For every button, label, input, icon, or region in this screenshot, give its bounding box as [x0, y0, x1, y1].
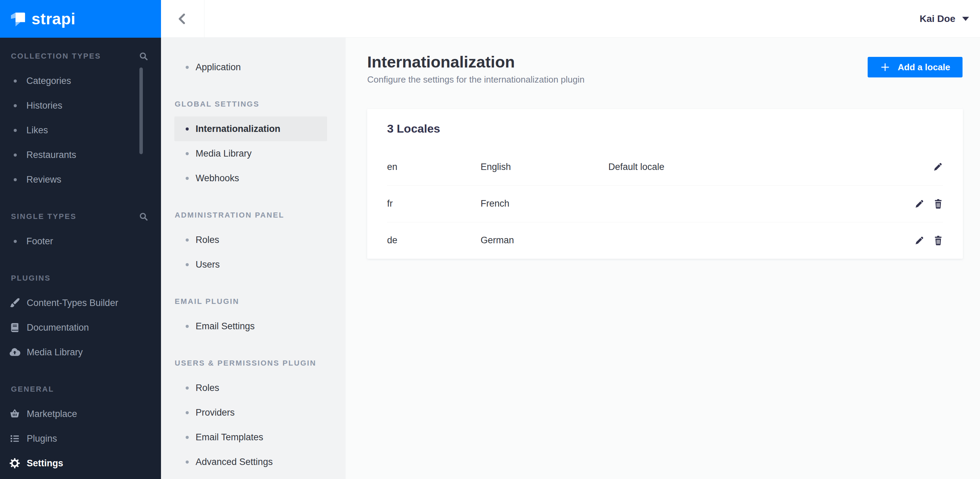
locale-actions [902, 236, 943, 246]
sidebar-item-label: Media Library [27, 347, 83, 358]
sidebar-scrollbar-thumb[interactable] [139, 67, 143, 154]
sidebar-item-label: Marketplace [27, 409, 77, 419]
sidebar-item-media-library[interactable]: Media Library [0, 340, 161, 364]
search-icon[interactable] [138, 212, 149, 222]
page-subtitle: Configure the settings for the internati… [367, 74, 585, 85]
sidebar-nav: COLLECTION TYPES Categories Histories [0, 38, 161, 476]
bullet-icon [14, 240, 17, 243]
section-header-general: GENERAL [0, 377, 161, 401]
bullet-icon [186, 239, 189, 242]
sidebar-item-reviews[interactable]: Reviews [0, 167, 161, 192]
bullet-icon [186, 387, 189, 390]
sidebar-item-documentation[interactable]: Documentation [0, 315, 161, 340]
main-content: Internationalization Configure the setti… [345, 38, 980, 479]
settings-section-users-permissions: USERS & PERMISSIONS PLUGIN Roles Provide… [161, 351, 345, 474]
sidebar-item-label: Histories [26, 100, 62, 111]
strapi-admin-screen: strapi COLLECTION TYPES Categories [0, 0, 980, 479]
section-label: COLLECTION TYPES [11, 52, 101, 60]
sidebar-item-restaurants[interactable]: Restaurants [0, 143, 161, 167]
locales-count-title: 3 Locales [387, 122, 440, 135]
settings-item-label: Email Settings [196, 321, 255, 332]
plus-icon [880, 62, 890, 72]
settings-item-media-library[interactable]: Media Library [161, 141, 345, 166]
locale-row-en[interactable]: en English Default locale [387, 149, 943, 185]
locale-name: German [480, 235, 608, 246]
settings-item-admin-roles[interactable]: Roles [161, 228, 345, 252]
settings-item-label: Email Templates [196, 432, 263, 443]
settings-sidebar: Application GLOBAL SETTINGS Internationa… [161, 38, 345, 479]
gear-icon [9, 457, 21, 469]
bullet-icon [186, 263, 189, 266]
sidebar-item-label: Categories [26, 76, 71, 86]
section-label: GENERAL [11, 385, 54, 394]
search-icon[interactable] [138, 51, 149, 61]
section-header-plugins: PLUGINS [0, 266, 161, 291]
settings-section-label: USERS & PERMISSIONS PLUGIN [175, 359, 317, 368]
delete-locale-button[interactable] [934, 199, 943, 209]
cloud-upload-icon [9, 346, 21, 358]
bullet-icon [14, 153, 17, 157]
bullet-icon [186, 460, 189, 463]
settings-item-email-settings[interactable]: Email Settings [161, 314, 345, 339]
settings-item-internationalization[interactable]: Internationalization [174, 116, 327, 141]
user-menu[interactable]: Kai Doe [920, 0, 969, 37]
settings-section-email-plugin: EMAIL PLUGIN Email Settings [161, 289, 345, 339]
settings-item-label: Internationalization [196, 124, 280, 134]
sidebar-item-marketplace[interactable]: Marketplace [0, 401, 161, 426]
add-locale-label: Add a locale [898, 62, 950, 73]
sidebar-item-label: Documentation [27, 322, 89, 333]
back-button[interactable] [161, 0, 205, 37]
sidebar-item-content-types-builder[interactable]: Content-Types Builder [0, 291, 161, 315]
bullet-icon [14, 129, 17, 132]
locale-name: French [480, 198, 608, 209]
settings-item-up-roles[interactable]: Roles [161, 376, 345, 400]
bullet-icon [14, 104, 17, 107]
settings-item-application[interactable]: Application [161, 55, 345, 80]
topbar: Kai Doe [161, 0, 980, 38]
sidebar-item-label: Reviews [26, 174, 61, 185]
sidebar-item-histories[interactable]: Histories [0, 93, 161, 118]
logo-wordmark: strapi [32, 10, 75, 28]
delete-locale-button[interactable] [934, 236, 943, 246]
sidebar-item-plugins[interactable]: Plugins [0, 426, 161, 451]
edit-locale-button[interactable] [914, 236, 924, 246]
sidebar-item-label: Restaurants [26, 150, 76, 160]
locale-actions [902, 199, 943, 209]
bullet-icon [186, 152, 189, 155]
user-name: Kai Doe [920, 13, 955, 24]
settings-item-label: Roles [196, 383, 219, 393]
settings-section-header: EMAIL PLUGIN [161, 289, 345, 314]
edit-locale-button[interactable] [914, 199, 924, 209]
settings-item-admin-users[interactable]: Users [161, 252, 345, 277]
add-locale-button[interactable]: Add a locale [868, 57, 963, 78]
locale-code: fr [387, 198, 480, 209]
locale-code: en [387, 162, 480, 172]
sidebar-item-footer[interactable]: Footer [0, 229, 161, 253]
settings-section-header: ADMINISTRATION PANEL [161, 203, 345, 228]
locale-row-de[interactable]: de German [387, 222, 943, 259]
settings-item-webhooks[interactable]: Webhooks [161, 166, 345, 191]
strapi-logo-icon [10, 11, 26, 27]
sidebar-item-categories[interactable]: Categories [0, 68, 161, 93]
pencil-icon [914, 199, 924, 209]
main-sidebar: strapi COLLECTION TYPES Categories [0, 0, 161, 479]
sidebar-item-likes[interactable]: Likes [0, 118, 161, 143]
section-plugins: PLUGINS Content-Types Builder [0, 266, 161, 364]
trash-icon [934, 199, 943, 209]
locale-code: de [387, 235, 480, 246]
bullet-icon [186, 127, 189, 130]
bullet-icon [186, 66, 189, 69]
section-general: GENERAL Marketplace [0, 377, 161, 476]
settings-item-label: Roles [196, 235, 219, 245]
settings-section-admin-panel: ADMINISTRATION PANEL Roles Users [161, 203, 345, 277]
locale-row-fr[interactable]: fr French [387, 185, 943, 222]
settings-item-providers[interactable]: Providers [161, 400, 345, 425]
section-collection-types: COLLECTION TYPES Categories Histories [0, 44, 161, 192]
sidebar-item-settings[interactable]: Settings [0, 451, 161, 476]
edit-locale-button[interactable] [933, 162, 943, 172]
strapi-logo: strapi [0, 0, 161, 38]
settings-item-advanced-settings[interactable]: Advanced Settings [161, 450, 345, 474]
section-label: SINGLE TYPES [11, 212, 76, 221]
settings-section-label: GLOBAL SETTINGS [175, 100, 259, 108]
settings-item-email-templates[interactable]: Email Templates [161, 425, 345, 450]
